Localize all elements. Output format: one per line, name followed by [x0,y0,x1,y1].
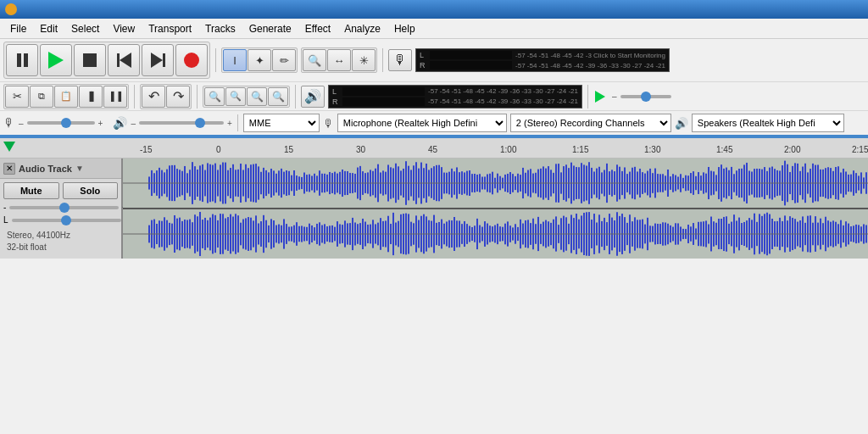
gain-slider[interactable] [9,206,119,209]
menu-transport[interactable]: Transport [142,21,198,36]
stop-button[interactable] [74,44,106,76]
mic-volume-slider[interactable] [27,121,95,125]
output-volume-slider[interactable] [139,121,224,125]
timeshift-tool-button[interactable]: ↔ [327,49,351,71]
playback-vu-display: L -57 -54 -51 -48 -45 -42 -39 -36 -33 -3… [328,85,582,108]
menu-edit[interactable]: Edit [33,21,64,36]
ruler-mark-neg15: -15 [140,145,152,154]
ruler-mark-215: 2:15 [852,145,868,154]
track-info-line1: Stereo, 44100Hz [7,230,114,242]
redo-button[interactable]: ↷ [166,86,190,108]
draw-tool-button[interactable]: ✏ [272,49,296,71]
fit-project-button[interactable]: 🔍 [247,87,267,106]
pb-vu-left-label: L [332,87,339,96]
menu-analyze[interactable]: Analyze [337,21,387,36]
pb-vu-right-bar [342,97,425,106]
menu-generate[interactable]: Generate [242,21,298,36]
select-tools-group: I ✦ ✏ [221,47,298,73]
multi-tool-button[interactable]: ✦ [248,49,271,71]
small-play-icon [595,91,605,103]
edit-tools-group: ✂ ⧉ 📋 ▐▌ ▌▐ [3,84,129,109]
vu-scale-bottom: -57 -54 -51 -48 -45 -42 -39 -36 -33 -30 … [515,62,665,70]
output-device-select[interactable]: Speakers (Realtek High Defi [692,114,844,132]
zoom-tool-button[interactable]: 🔍 [303,49,326,71]
play-button[interactable] [40,44,72,76]
ruler-mark-30: 30 [356,145,365,154]
pb-vu-scale-bottom: -57 -54 -51 -48 -45 -42 -39 -36 -33 -30 … [428,97,578,105]
pb-vu-right-label: R [332,97,339,106]
ruler-marks-area: -15 0 15 30 45 1:00 1:15 1:30 1:45 2:00 … [123,138,868,156]
track-panel: ✕ Audio Track ▼ Mute Solo - + L R Stereo… [0,159,123,259]
waveform-canvas-2 [123,209,868,259]
track-info: Stereo, 44100Hz 32-bit float [3,228,118,255]
copy-button[interactable]: ⧉ [30,86,53,108]
title-bar [0,0,868,19]
playback-speed-slider[interactable] [620,95,671,98]
vu-left-bar [430,51,512,59]
ruler-mark-0: 0 [216,145,221,154]
pause-button[interactable] [6,44,38,76]
separator-2 [382,48,383,72]
ruler-mark-100: 1:00 [500,145,516,154]
gain-row: - + [3,203,118,212]
speaker-icon: 🔊 [113,116,127,130]
track-close-button[interactable]: ✕ [3,163,15,175]
envelop-tool-button[interactable]: ✳ [352,49,376,71]
ruler-mark-145: 1:45 [716,145,732,154]
skip-back-button[interactable] [108,44,140,76]
track-dropdown-arrow[interactable]: ▼ [75,164,84,173]
vol-slider-max: + [227,119,232,128]
record-icon [184,53,199,68]
menu-help[interactable]: Help [387,21,422,36]
skip-fwd-button[interactable] [142,44,174,76]
record-button[interactable] [175,44,208,76]
track-header: ✕ Audio Track ▼ [0,159,121,179]
menu-select[interactable]: Select [64,21,106,36]
pan-left-label: L [3,215,8,225]
gain-min-label: - [3,203,6,212]
separator-4 [197,85,198,108]
menu-tracks[interactable]: Tracks [198,21,242,36]
undo-button[interactable]: ↶ [142,86,165,108]
toolbar-row2: ✂ ⧉ 📋 ▐▌ ▌▐ ↶ ↷ 🔍 🔍 🔍 🔍 🔊 L [0,82,868,111]
zoom-out-button[interactable]: 🔍 [225,87,246,106]
app-icon [5,3,17,15]
track-info-line2: 32-bit float [7,242,114,253]
speed-label: – [612,92,617,101]
trim2-button[interactable]: ▌▐ [103,86,127,108]
menu-bar: File Edit Select View Transport Tracks G… [0,19,868,39]
menu-file[interactable]: File [3,21,33,36]
audio-host-select[interactable]: MME DirectSound WASAPI [243,114,320,132]
separator-5 [295,85,296,108]
channels-select[interactable]: 2 (Stereo) Recording Channels 1 (Mono) R… [510,114,671,132]
zoom-in-button[interactable]: 🔍 [204,87,225,106]
ruler-mark-115: 1:15 [572,145,588,154]
waveform-canvas-1 [123,159,868,208]
separator-6 [587,85,588,108]
playback-meter-button[interactable]: 🔊 [301,86,325,108]
record-meter-button[interactable]: 🎙 [388,49,412,71]
paste-button[interactable]: 📋 [54,86,78,108]
fit-track-button[interactable]: 🔍 [268,87,288,106]
track-controls: Mute Solo - + L R Stereo, 44100Hz 32-bit… [0,179,121,259]
menu-view[interactable]: View [106,21,142,36]
vu-right-bar [430,61,512,70]
input-device-select[interactable]: Microphone (Realtek High Defini [337,114,507,132]
solo-button[interactable]: Solo [63,182,119,199]
play-icon [48,52,64,69]
cut-button[interactable]: ✂ [5,86,29,108]
mic-icon: 🎙 [3,116,15,130]
ruler-mark-130: 1:30 [644,145,660,154]
vu-left-label: L [420,51,426,59]
waveform-area: 1.0 0.0 -1.0 1.0 0.0 [123,159,868,259]
waveform-channel-2: -1.0 1.0 0.0 [123,209,868,259]
menu-effect[interactable]: Effect [298,21,337,36]
separator-3 [134,85,135,108]
select-tool-button[interactable]: I [223,49,247,71]
vu-scale-top: -57 -54 -51 -48 -45 -42 -3 Click to Star… [515,52,665,59]
mute-button[interactable]: Mute [3,182,59,199]
separator-7 [237,114,238,131]
pan-slider[interactable] [12,219,121,222]
ruler-mark-45: 45 [428,145,437,154]
trim1-button[interactable]: ▐▌ [79,86,103,108]
